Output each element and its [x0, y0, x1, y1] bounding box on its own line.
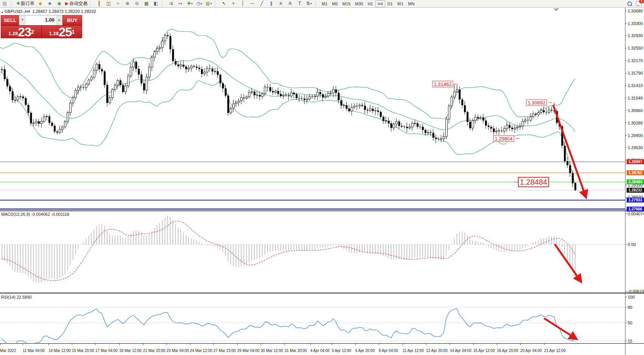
bid-pips: 23	[18, 26, 31, 38]
timeframe-m5[interactable]: M5	[330, 0, 340, 7]
time-tick: 18 Apr 20:00	[497, 349, 518, 353]
rsi-label: RSI(14) 22.5890	[1, 295, 32, 299]
ask-price[interactable]: 1.28251	[42, 25, 82, 38]
chart-title: ▴GBPUSD-,H4 1.28457 1.28473 1.28220 1.28…	[2, 9, 96, 14]
tile-windows-icon: ▦	[144, 0, 148, 7]
volume-up-button[interactable]: ▲	[56, 16, 62, 25]
bid-base: 1.28	[8, 30, 18, 38]
price-annotation[interactable]: 1.29804	[493, 135, 514, 142]
trendline-icon[interactable]: ╱	[257, 0, 266, 7]
crosshair-icon[interactable]: +	[229, 0, 238, 7]
price-annotation[interactable]: 1.28484	[518, 177, 549, 187]
timeframe-m30[interactable]: M30	[353, 0, 365, 7]
toolbar-separator	[90, 1, 93, 6]
timeframe-m1[interactable]: M1	[319, 0, 330, 7]
crosshair-icon: +	[232, 0, 235, 7]
text-label-icon[interactable]: T	[295, 0, 304, 7]
time-tick: 17 Mar 04:00	[95, 349, 118, 353]
cursor-icon[interactable]: ↖	[219, 0, 229, 7]
time-tick: 15 Mar 20:00	[72, 349, 94, 353]
chat-icon[interactable]: 1	[636, 1, 642, 6]
text-icon[interactable]: A	[285, 0, 295, 7]
zoom-in-icon[interactable]: ⊕	[123, 0, 132, 7]
price-annotation[interactable]: 1.30892	[526, 100, 547, 106]
one-click-trade-widget: SELL ▼ 1.00 ▲ BUY 1.28232 1.28251	[1, 15, 81, 37]
time-tick: 11 Apr 12:00	[403, 349, 424, 353]
tile-windows-icon[interactable]: ▦	[142, 0, 151, 7]
bid-price[interactable]: 1.28232	[1, 25, 42, 38]
vertical-line-icon[interactable]: │	[238, 0, 247, 7]
candlestick-icon[interactable]: ◫	[104, 0, 113, 7]
chart-shift-icon[interactable]: ↦	[176, 0, 185, 7]
periods-button[interactable]: ◷▾	[194, 0, 204, 7]
price-tick: 1.32170	[628, 58, 643, 63]
arrows-tool-button-dropdown[interactable]: ▾	[310, 0, 312, 7]
rsi-tick: 50	[628, 321, 632, 325]
macd-tick: -0.00619	[628, 289, 644, 294]
fibonacci-icon[interactable]: ≡	[276, 0, 285, 7]
new-chart-icon[interactable]: ▧	[0, 0, 9, 7]
candlestick-icon: ◫	[106, 0, 110, 7]
time-tick: 14 Mar 12:00	[48, 349, 71, 353]
timeframe-w1[interactable]: W1	[395, 0, 406, 7]
indicators-button-dropdown[interactable]: ▾	[191, 0, 193, 7]
periods-button-dropdown[interactable]: ▾	[201, 0, 202, 7]
templates-button-dropdown[interactable]: ▾	[210, 0, 212, 7]
market-watch-icon[interactable]: ◆	[36, 0, 45, 7]
auto-scroll-icon[interactable]: ⇉	[166, 0, 176, 7]
price-annotation[interactable]: 1.31462	[432, 81, 453, 87]
channel-icon: ∥	[270, 0, 272, 7]
timeframe-mn[interactable]: MN	[406, 0, 417, 7]
zoom-out-icon[interactable]: ⊖	[132, 0, 142, 7]
time-tick: 12 Apr 20:00	[426, 349, 448, 353]
community-icon[interactable]: ☻	[45, 0, 54, 7]
channel-icon[interactable]: ∥	[266, 0, 276, 7]
time-tick: 6 Apr 20:00	[355, 349, 375, 353]
line-chart-icon[interactable]: ≈	[113, 0, 123, 7]
timeframe-m15[interactable]: M15	[340, 0, 353, 7]
chart-symbol: GBPUSD-,H4	[5, 9, 30, 14]
volume-input[interactable]: 1.00	[26, 16, 56, 25]
toolbar: ▧✚新订单◆☻◉▶自动交易║◫≈⊕⊖▦◧⇉↦✚▾◷▾▤▾↖+│─╱∥≡AT⇅▾M…	[0, 0, 644, 8]
toolbar-right: 1	[627, 1, 642, 6]
indicators-button[interactable]: ✚▾	[185, 0, 194, 7]
zoom-in-icon: ⊕	[126, 0, 129, 7]
rsi-tick: 15	[628, 339, 632, 343]
price-tick: 1.30660	[628, 108, 643, 113]
rsi-tick: 100	[628, 295, 635, 299]
signals-icon: ◉	[57, 0, 61, 7]
horizontal-line-icon[interactable]: ─	[247, 0, 257, 7]
bar-chart-icon[interactable]: ║	[94, 0, 104, 7]
time-tick: 14 Apr 04:00	[450, 349, 471, 353]
templates-button[interactable]: ▤▾	[204, 0, 213, 7]
time-tick: 4 Apr 04:00	[310, 349, 330, 353]
timeframe-h1[interactable]: H1	[366, 0, 375, 7]
autotrading-button[interactable]: ▶自动交易	[64, 0, 89, 7]
market-watch-icon: ◆	[39, 0, 42, 7]
sell-button[interactable]: SELL	[1, 15, 19, 25]
time-tick: 24 Mar 12:00	[190, 349, 212, 353]
buy-button[interactable]: BUY	[62, 15, 82, 25]
price-tick: 1.31040	[628, 96, 643, 100]
new-chart-icon: ▧	[3, 0, 7, 7]
chat-badge: 1	[639, 0, 644, 3]
time-tick: 15 Apr 12:00	[473, 349, 495, 353]
cascade-windows-icon[interactable]: ◧	[151, 0, 160, 7]
new-order-button[interactable]: ✚新订单	[15, 0, 36, 7]
templates-button: ▤	[206, 0, 210, 7]
signals-icon[interactable]: ◉	[54, 0, 64, 7]
price-tick: 1.31790	[628, 71, 643, 75]
search-icon[interactable]	[627, 2, 632, 6]
price-level-badge: 1.27933	[627, 198, 644, 202]
timeframe-h4[interactable]: H4	[375, 0, 385, 7]
timeframe-d1[interactable]: D1	[385, 0, 395, 7]
arrows-tool-button: ⇅	[306, 0, 310, 7]
arrows-tool-button[interactable]: ⇅▾	[304, 0, 314, 7]
toolbar-separator	[11, 1, 14, 6]
price-tick: 1.30280	[628, 121, 643, 125]
bar-chart-icon: ║	[98, 0, 101, 7]
time-tick: 21 Apr 12:00	[544, 349, 566, 353]
volume-down-button[interactable]: ▼	[19, 16, 26, 25]
time-tick: 31 Mar 20:00	[285, 349, 307, 353]
time-tick: 11 Mar 04:00	[23, 349, 45, 353]
